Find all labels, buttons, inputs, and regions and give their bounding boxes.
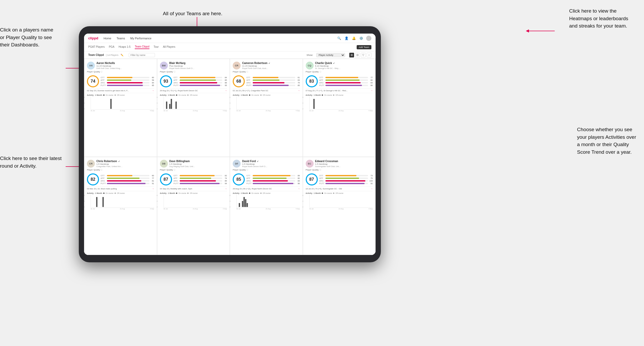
add-team-button[interactable]: Add Team [357, 45, 371, 49]
nav-teams[interactable]: Teams [117, 37, 125, 40]
stat-label: ARG [319, 82, 325, 84]
bell-icon[interactable]: 🔔 [351, 36, 356, 41]
quality-circle[interactable]: 87 [306, 173, 318, 185]
tab-pgat[interactable]: PGAT Players [88, 45, 105, 49]
player-name[interactable]: Chris Robertson ✓ [96, 160, 154, 163]
stat-bar-wrap [253, 180, 295, 182]
quality-circle[interactable]: 68 [233, 75, 245, 87]
edit-team-icon[interactable]: ✏️ [121, 54, 123, 56]
player-handicap: Plus Handicap [169, 65, 227, 67]
quality-circle[interactable]: 93 [160, 75, 172, 87]
activity-chart [236, 195, 300, 208]
player-name[interactable]: Dave Billingham [169, 160, 227, 163]
latest-round[interactable]: 26 Aug 23 | 73 (+1), Royal North Devon G… [160, 88, 227, 92]
activity-section: Activity · 1 Month On course Off course … [160, 93, 227, 111]
stat-value: 58 [150, 79, 154, 81]
activity-header: Activity · 1 Month On course Off course [306, 94, 373, 96]
quality-circle[interactable]: 74 [87, 75, 99, 87]
latest-round[interactable]: 26 Aug 23 | 84 (+12), Royal North Devon … [233, 187, 300, 190]
player-card[interactable]: CQ Charlie Quick ✓ 6-10 Handicap St. Geo… [303, 59, 376, 157]
quality-circle[interactable]: 85 [233, 173, 245, 185]
stat-bar-putt [325, 85, 362, 86]
player-card[interactable]: CR Chris Robertson ✓ 1-5 Handicap Craigm… [84, 157, 157, 255]
player-card[interactable]: BM Blair McHarg Plus Handicap Royal Nort… [157, 59, 230, 157]
stat-bar-wrap [180, 77, 222, 78]
stat-bar-ott [180, 175, 215, 176]
player-avatar: DB [160, 160, 168, 168]
activity-legend: On course Off course [322, 94, 343, 96]
player-club: Royal Perth Golf Club, Australia [242, 67, 268, 70]
stat-value: 82 [223, 174, 227, 177]
player-card[interactable]: DF David Ford ✓ 1-5 Handicap Royal North… [230, 157, 303, 255]
search-icon[interactable]: 🔍 [337, 36, 341, 41]
stat-label: PUTT [246, 84, 252, 87]
player-club: Sog Maging Golf Club, United Kingdom [169, 165, 196, 168]
player-name[interactable]: Charlie Quick ✓ [315, 62, 373, 65]
quality-circle[interactable]: 83 [306, 75, 318, 87]
show-select[interactable]: Player Activity Quality Score Trend [316, 53, 345, 57]
latest-round-arrow: → [152, 188, 154, 190]
quality-label: Player Quality ⓘ [87, 71, 154, 73]
quality-circle[interactable]: 82 [87, 173, 99, 185]
tab-tour[interactable]: Tour [154, 45, 159, 49]
chart-date: 4 Sep [368, 208, 373, 210]
chart-dates: 31 Jul21 Aug4 Sep [236, 110, 300, 111]
quality-circle[interactable]: 87 [160, 173, 172, 185]
player-card[interactable]: AN Aaron Nicholls 11-15 Handicap Drift G… [84, 59, 157, 157]
grid3-view-icon[interactable]: ⊟ [355, 53, 360, 57]
player-name[interactable]: Cameron Robertson ✓ [242, 62, 300, 65]
latest-round[interactable]: 02 Jul 23 | 59 (+17), Craigmillar Park G… [233, 88, 300, 92]
latest-round[interactable]: 07 Aug 23 | 77 (+7), St George's Hill GC… [306, 88, 373, 92]
player-club: Royal North Devon Golf Club, United Kin.… [169, 67, 196, 70]
stat-bar-wrap [180, 180, 222, 182]
stat-bar-wrap [107, 183, 149, 184]
quality-label: Player Quality ⓘ [87, 169, 154, 171]
y-labels: 642 [84, 195, 85, 208]
nav-home[interactable]: Home [103, 37, 111, 40]
activity-legend: On course Off course [322, 192, 343, 194]
stat-value: 80 [296, 177, 300, 179]
stat-value: 94 [223, 182, 227, 185]
latest-round[interactable]: 03 Mar 23 | 19, Must make putting → [87, 187, 154, 190]
latest-round[interactable]: 02 Sep 23 | Sunrise round to get back in… [87, 88, 154, 92]
stat-label: PUTT [174, 182, 179, 185]
latest-round[interactable]: 04 Sep 23 | Mobility with coach, Gym → [160, 187, 227, 190]
tab-all-players[interactable]: All Players [163, 45, 175, 49]
activity-chart [91, 97, 154, 110]
settings-icon[interactable]: ⚙️ [359, 36, 363, 41]
player-header: CR Chris Robertson ✓ 1-5 Handicap Craigm… [87, 160, 154, 168]
player-card[interactable]: CR Cameron Robertson ✓ 11-15 Handicap Ro… [230, 59, 303, 157]
tab-pga[interactable]: PGA [109, 45, 114, 49]
tab-hcaps[interactable]: Hcaps 1-5 [119, 45, 131, 49]
player-name[interactable]: Blair McHarg [169, 62, 227, 65]
filter-icon[interactable]: ▽ [361, 53, 366, 57]
legend-offcourse: Off course [117, 192, 125, 194]
stat-value: 79 [369, 177, 373, 179]
legend-offcourse: Off course [335, 192, 343, 194]
stat-bar-arg [107, 82, 143, 83]
quality-label: Player Quality ⓘ [233, 71, 300, 73]
grid-view-icon[interactable]: ⊞ [349, 53, 354, 57]
stat-label: ARG [101, 82, 106, 84]
player-card[interactable]: DB Dave Billingham 1-5 Handicap Sog Magi… [157, 157, 230, 255]
latest-round[interactable]: 18 Jul 23 | 74 (+4), Sunningdale GC - Ol… [306, 187, 373, 190]
player-card[interactable]: EC Edward Crossman 1-5 Handicap Sunningd… [303, 157, 376, 255]
legend-oncourse: On course [324, 192, 332, 194]
stat-bar-wrap [180, 178, 222, 179]
player-club: Craigmillar Park, United Kingdom [96, 165, 123, 168]
tab-team-clippd[interactable]: Team Clippd [135, 45, 149, 49]
user-avatar[interactable] [366, 36, 371, 41]
team-header: Team Clippd | 14 Players ✏️ Show: Player… [84, 51, 376, 59]
activity-header: Activity · 1 Month On course Off course [87, 94, 154, 96]
activity-title: Activity · 1 Month [233, 94, 248, 96]
verified-icon: ✓ [117, 160, 120, 163]
player-name[interactable]: Aaron Nicholls [96, 62, 154, 65]
player-name[interactable]: David Ford ✓ [242, 160, 300, 163]
player-name[interactable]: Edward Crossman [315, 160, 373, 163]
filter-input[interactable] [129, 53, 155, 57]
sort-icon[interactable]: ↕ [367, 53, 371, 57]
nav-my-performance[interactable]: My Performance [130, 37, 152, 40]
stats-grid: OTT 61 APP 63 ARG 75 PUTT 85 [246, 76, 300, 87]
latest-round-arrow: → [371, 188, 373, 190]
user-icon[interactable]: 👤 [344, 36, 349, 41]
